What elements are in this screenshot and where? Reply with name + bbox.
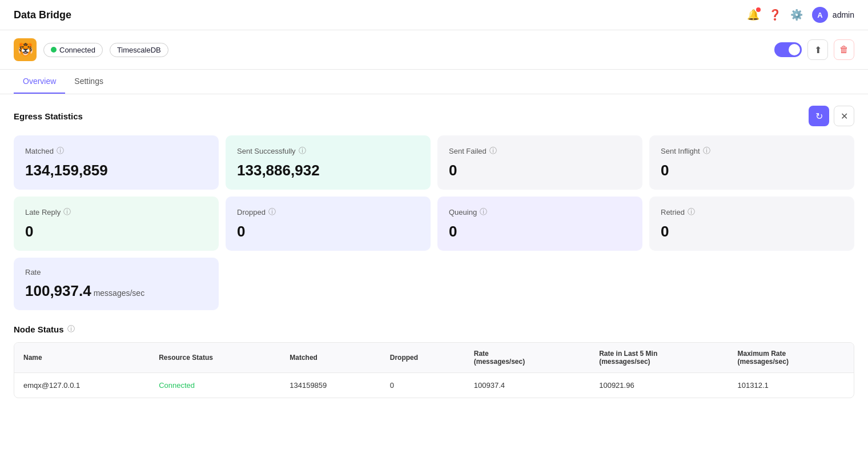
sent-inflight-info-icon[interactable]: ⓘ	[703, 146, 710, 156]
dropped-label: Dropped ⓘ	[237, 207, 419, 217]
main-content: Egress Statistics ↻ ✕ Matched ⓘ 134,159,…	[0, 94, 868, 410]
stat-card-sent-failed: Sent Failed ⓘ 0	[437, 135, 642, 190]
header-actions: 🔔 ❓ ⚙️ A admin	[747, 7, 854, 23]
avatar: A	[812, 7, 828, 23]
close-button[interactable]: ✕	[834, 106, 854, 126]
col-rate: Rate(messages/sec)	[465, 343, 590, 373]
row-matched: 134159859	[280, 373, 380, 398]
node-status-section: Node Status ⓘ Name Resource Status Match…	[14, 324, 854, 398]
node-status-title: Node Status	[14, 324, 64, 334]
late-reply-info-icon[interactable]: ⓘ	[63, 207, 71, 217]
tabs: Overview Settings	[0, 70, 868, 94]
notification-dot	[756, 7, 761, 12]
table-header-row: Name Resource Status Matched Dropped Rat…	[14, 343, 854, 373]
sent-successfully-value: 133,886,932	[237, 162, 419, 179]
db-badge: TimescaleDB	[110, 43, 168, 57]
retried-info-icon[interactable]: ⓘ	[688, 207, 695, 217]
stat-card-matched: Matched ⓘ 134,159,859	[14, 135, 219, 190]
empty-cell-2	[437, 258, 642, 310]
matched-value: 134,159,859	[25, 162, 207, 179]
connected-label: Connected	[59, 46, 95, 54]
dropped-info-icon[interactable]: ⓘ	[268, 207, 276, 217]
retried-label: Retried ⓘ	[661, 207, 843, 217]
connected-badge: Connected	[43, 43, 103, 57]
egress-section-title: Egress Statistics	[14, 111, 83, 121]
sent-failed-value: 0	[449, 162, 631, 179]
row-max-rate: 101312.1	[729, 373, 854, 398]
queuing-value: 0	[449, 223, 631, 240]
matched-label: Matched ⓘ	[25, 146, 207, 156]
dropped-value: 0	[237, 223, 419, 240]
delete-button[interactable]: 🗑	[834, 39, 854, 60]
col-dropped: Dropped	[381, 343, 465, 373]
settings-icon[interactable]: ⚙️	[790, 9, 803, 21]
row-resource-status: Connected	[150, 373, 280, 398]
sub-header-right: ⬆ 🗑	[774, 39, 854, 60]
stat-card-late-reply: Late Reply ⓘ 0	[14, 197, 219, 251]
enabled-toggle[interactable]	[774, 42, 802, 57]
node-status-table-wrapper: Name Resource Status Matched Dropped Rat…	[14, 342, 854, 398]
empty-cell-3	[649, 258, 854, 310]
tab-settings[interactable]: Settings	[65, 70, 112, 94]
stat-card-queuing: Queuing ⓘ 0	[437, 197, 642, 251]
col-rate-5min: Rate in Last 5 Min(messages/sec)	[590, 343, 728, 373]
stat-card-sent-successfully: Sent Successfully ⓘ 133,886,932	[226, 135, 431, 190]
late-reply-value: 0	[25, 223, 207, 240]
rate-label: Rate	[25, 268, 207, 276]
row-rate-5min: 100921.96	[590, 373, 728, 398]
egress-statistics-header: Egress Statistics ↻ ✕	[14, 106, 854, 126]
notification-icon[interactable]: 🔔	[747, 9, 760, 21]
row-rate: 100937.4	[465, 373, 590, 398]
col-resource-status: Resource Status	[150, 343, 280, 373]
section-actions: ↻ ✕	[809, 106, 854, 126]
connected-status-dot	[51, 47, 57, 53]
sub-header: 🐯 Connected TimescaleDB ⬆ 🗑	[0, 30, 868, 70]
sent-successfully-info-icon[interactable]: ⓘ	[299, 146, 306, 156]
stats-row-3: Rate 100,937.4messages/sec	[14, 258, 854, 310]
app-title: Data Bridge	[14, 9, 71, 21]
col-max-rate: Maximum Rate(messages/sec)	[729, 343, 854, 373]
node-status-info-icon[interactable]: ⓘ	[67, 324, 75, 334]
queuing-info-icon[interactable]: ⓘ	[480, 207, 487, 217]
share-button[interactable]: ⬆	[807, 39, 828, 60]
refresh-button[interactable]: ↻	[809, 106, 829, 126]
stats-row-1: Matched ⓘ 134,159,859 Sent Successfully …	[14, 135, 854, 190]
matched-info-icon[interactable]: ⓘ	[57, 146, 64, 156]
sent-inflight-label: Sent Inflight ⓘ	[661, 146, 843, 156]
row-dropped: 0	[381, 373, 465, 398]
col-matched: Matched	[280, 343, 380, 373]
toggle-thumb	[789, 44, 800, 55]
sent-successfully-label: Sent Successfully ⓘ	[237, 146, 419, 156]
table-row: emqx@127.0.0.1 Connected 134159859 0 100…	[14, 373, 854, 398]
user-info: A admin	[812, 7, 854, 23]
stat-card-retried: Retried ⓘ 0	[649, 197, 854, 251]
node-status-table: Name Resource Status Matched Dropped Rat…	[14, 343, 854, 398]
rate-value: 100,937.4messages/sec	[25, 282, 207, 300]
sent-failed-info-icon[interactable]: ⓘ	[489, 146, 497, 156]
stat-card-rate: Rate 100,937.4messages/sec	[14, 258, 219, 310]
sent-failed-label: Sent Failed ⓘ	[449, 146, 631, 156]
late-reply-label: Late Reply ⓘ	[25, 207, 207, 217]
logo-icon: 🐯	[14, 38, 37, 61]
node-status-header: Node Status ⓘ	[14, 324, 854, 334]
sub-header-left: 🐯 Connected TimescaleDB	[14, 38, 168, 61]
help-icon[interactable]: ❓	[769, 9, 781, 21]
retried-value: 0	[661, 223, 843, 240]
queuing-label: Queuing ⓘ	[449, 207, 631, 217]
stat-card-sent-inflight: Sent Inflight ⓘ 0	[649, 135, 854, 190]
empty-cell-1	[226, 258, 431, 310]
row-name: emqx@127.0.0.1	[14, 373, 150, 398]
username: admin	[833, 10, 854, 19]
stat-card-dropped: Dropped ⓘ 0	[226, 197, 431, 251]
col-name: Name	[14, 343, 150, 373]
sent-inflight-value: 0	[661, 162, 843, 179]
tab-overview[interactable]: Overview	[14, 70, 65, 94]
stats-row-2: Late Reply ⓘ 0 Dropped ⓘ 0 Queuing ⓘ 0 R…	[14, 197, 854, 251]
